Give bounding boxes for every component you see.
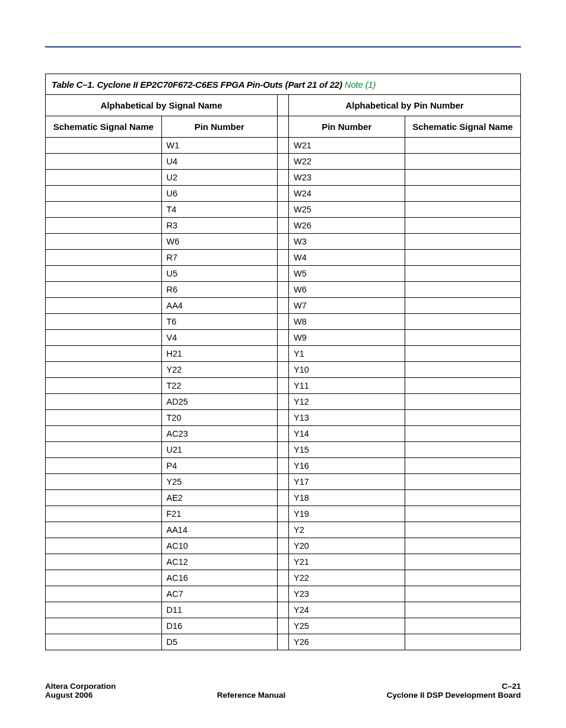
cell-schematic-left <box>46 362 162 377</box>
cell-pin-right: Y19 <box>289 506 405 522</box>
cell-gap <box>277 138 289 153</box>
cell-schematic-left <box>46 378 162 393</box>
table-row: AC12Y21 <box>46 554 520 570</box>
cell-gap <box>277 538 289 554</box>
cell-pin-left: D5 <box>162 634 278 650</box>
cell-schematic-right <box>405 522 521 538</box>
cell-pin-left: AC10 <box>162 538 278 554</box>
table-row: AC16Y22 <box>46 570 520 586</box>
table-row: R3W26 <box>46 218 520 234</box>
cell-schematic-right <box>405 218 521 233</box>
cell-schematic-right <box>405 202 521 217</box>
table-row: T4W25 <box>46 202 520 218</box>
cell-schematic-right <box>405 378 521 393</box>
cell-gap <box>277 426 289 441</box>
cell-gap <box>277 474 289 489</box>
header-pin-right: Pin Number <box>289 116 405 137</box>
cell-gap <box>277 266 289 281</box>
cell-schematic-right <box>405 474 521 489</box>
header-right-group: Alphabetical by Pin Number <box>289 95 520 116</box>
cell-gap <box>277 634 289 650</box>
cell-gap <box>277 410 289 425</box>
cell-pin-left: R7 <box>162 250 278 265</box>
cell-pin-left: H21 <box>162 346 278 361</box>
cell-pin-right: Y26 <box>289 634 405 650</box>
cell-schematic-left <box>46 442 162 457</box>
cell-schematic-right <box>405 506 521 522</box>
cell-pin-right: W3 <box>289 234 405 249</box>
cell-schematic-right <box>405 298 521 313</box>
cell-schematic-right <box>405 346 521 361</box>
cell-schematic-left <box>46 618 162 634</box>
cell-schematic-left <box>46 410 162 425</box>
cell-gap <box>277 586 289 602</box>
cell-pin-right: W5 <box>289 266 405 281</box>
cell-gap <box>277 298 289 313</box>
cell-schematic-left <box>46 458 162 473</box>
cell-pin-right: Y24 <box>289 602 405 618</box>
cell-schematic-left <box>46 266 162 281</box>
cell-schematic-right <box>405 426 521 441</box>
cell-pin-right: W21 <box>289 138 405 153</box>
cell-pin-left: U2 <box>162 170 278 185</box>
page: Table C–1. Cyclone II EP2C70F672-C6ES FP… <box>0 0 566 728</box>
cell-gap <box>277 202 289 217</box>
cell-pin-left: T20 <box>162 410 278 425</box>
table-row: F21Y19 <box>46 506 520 522</box>
cell-schematic-left <box>46 474 162 489</box>
table-row: T22Y11 <box>46 378 520 394</box>
cell-gap <box>277 282 289 297</box>
header-gap-sub <box>277 116 289 137</box>
cell-schematic-right <box>405 138 521 153</box>
cell-pin-left: AC16 <box>162 570 278 586</box>
header-sub-row: Schematic Signal Name Pin Number Pin Num… <box>46 116 520 138</box>
cell-schematic-left <box>46 314 162 329</box>
table-row: U4W22 <box>46 154 520 170</box>
cell-pin-right: Y18 <box>289 490 405 506</box>
cell-schematic-left <box>46 602 162 618</box>
cell-schematic-left <box>46 234 162 249</box>
cell-pin-right: W9 <box>289 330 405 345</box>
cell-pin-left: AC23 <box>162 426 278 441</box>
table-row: U6W24 <box>46 186 520 202</box>
cell-schematic-left <box>46 554 162 570</box>
table-row: R6W6 <box>46 282 520 298</box>
cell-schematic-left <box>46 570 162 586</box>
footer-company: Altera Corporation <box>45 682 116 691</box>
cell-schematic-right <box>405 186 521 201</box>
cell-schematic-right <box>405 250 521 265</box>
pinout-table: Table C–1. Cyclone II EP2C70F672-C6ES FP… <box>45 74 521 650</box>
table-row: T6W8 <box>46 314 520 330</box>
cell-schematic-right <box>405 394 521 409</box>
table-row: U21Y15 <box>46 442 520 458</box>
cell-schematic-right <box>405 634 521 650</box>
cell-schematic-left <box>46 538 162 554</box>
cell-gap <box>277 250 289 265</box>
cell-pin-right: W4 <box>289 250 405 265</box>
cell-pin-right: W22 <box>289 154 405 169</box>
cell-schematic-right <box>405 618 521 634</box>
cell-gap <box>277 346 289 361</box>
cell-gap <box>277 218 289 233</box>
table-row: AA4W7 <box>46 298 520 314</box>
cell-schematic-left <box>46 186 162 201</box>
cell-pin-left: AA4 <box>162 298 278 313</box>
cell-schematic-right <box>405 458 521 473</box>
table-row: R7W4 <box>46 250 520 266</box>
cell-schematic-left <box>46 282 162 297</box>
cell-schematic-left <box>46 506 162 522</box>
cell-pin-left: Y22 <box>162 362 278 377</box>
cell-pin-left: P4 <box>162 458 278 473</box>
cell-pin-right: W25 <box>289 202 405 217</box>
cell-pin-right: Y12 <box>289 394 405 409</box>
cell-pin-right: Y16 <box>289 458 405 473</box>
cell-pin-left: AC7 <box>162 586 278 602</box>
cell-schematic-right <box>405 362 521 377</box>
table-row: P4Y16 <box>46 458 520 474</box>
cell-pin-right: Y2 <box>289 522 405 538</box>
cell-gap <box>277 154 289 169</box>
footer-right: C–21 Cyclone II DSP Development Board <box>387 682 521 700</box>
cell-schematic-left <box>46 522 162 538</box>
header-schematic-left: Schematic Signal Name <box>46 116 162 137</box>
cell-pin-left: R3 <box>162 218 278 233</box>
